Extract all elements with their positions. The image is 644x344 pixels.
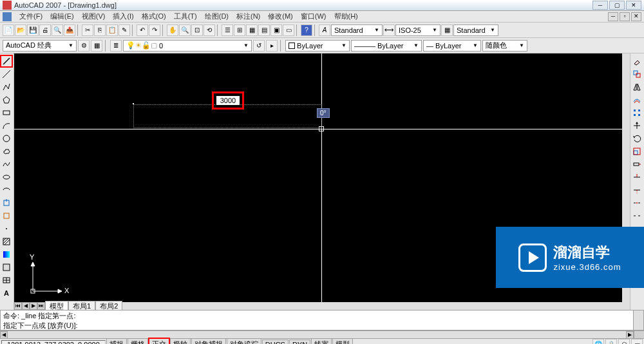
pan-button[interactable]: ✋ xyxy=(167,24,178,36)
menu-edit[interactable]: 编辑(E) xyxy=(46,12,78,21)
erase-tool[interactable] xyxy=(630,55,643,68)
osnap-toggle[interactable]: 对象捕捉 xyxy=(191,338,226,344)
lock-icon[interactable]: 🔒 xyxy=(605,339,617,345)
arc-tool[interactable] xyxy=(0,119,13,132)
undo-button[interactable]: ↶ xyxy=(137,24,148,36)
break-at-point-tool[interactable] xyxy=(630,196,643,209)
polar-toggle[interactable]: 极轴 xyxy=(170,338,191,344)
extend-tool[interactable] xyxy=(630,184,643,196)
dim-style-select[interactable]: ISO-25▼ xyxy=(395,24,440,36)
workspace-save-button[interactable]: ▦ xyxy=(91,40,102,52)
plot-button[interactable]: 🖨 xyxy=(39,24,51,36)
workspace-settings-button[interactable]: ⚙ xyxy=(78,40,90,52)
text-style-icon[interactable]: A xyxy=(319,24,330,36)
make-block-tool[interactable] xyxy=(0,209,13,222)
copy-button[interactable]: ⎘ xyxy=(94,24,106,36)
plotstyle-select[interactable]: 随颜色▼ xyxy=(482,40,527,52)
markup-button[interactable]: ▣ xyxy=(270,24,282,36)
menu-help[interactable]: 帮助(H) xyxy=(330,12,362,21)
gradient-tool[interactable] xyxy=(0,248,13,261)
copy-tool[interactable] xyxy=(630,68,643,81)
open-button[interactable]: 📂 xyxy=(15,24,26,36)
revision-cloud-tool[interactable] xyxy=(0,145,13,158)
point-tool[interactable] xyxy=(0,222,13,235)
layer-states-button[interactable]: ▸ xyxy=(266,40,278,52)
workspace-select[interactable]: AutoCAD 经典▼ xyxy=(3,40,77,52)
menu-insert[interactable]: 插入(I) xyxy=(109,12,137,21)
lineweight-select[interactable]: — ByLayer▼ xyxy=(423,40,481,52)
trim-tool[interactable] xyxy=(630,171,643,184)
ellipse-arc-tool[interactable] xyxy=(0,184,13,196)
ducs-toggle[interactable]: DUCS xyxy=(262,339,289,345)
dim-style-icon[interactable]: ⟷ xyxy=(383,24,395,36)
layout2-tab[interactable]: 布局2 xyxy=(95,301,122,311)
quickcalc-button[interactable]: ▭ xyxy=(283,24,294,36)
tray-settings-icon[interactable]: ☖ xyxy=(618,339,630,345)
dyn-toggle[interactable]: DYN xyxy=(289,339,310,345)
spline-tool[interactable] xyxy=(0,158,13,171)
move-tool[interactable] xyxy=(630,119,643,132)
doc-restore-button[interactable]: ▫ xyxy=(620,12,630,21)
menu-window[interactable]: 窗口(W) xyxy=(297,12,330,21)
region-tool[interactable] xyxy=(0,261,13,274)
save-button[interactable]: 💾 xyxy=(27,24,39,36)
otrack-toggle[interactable]: 对象追踪 xyxy=(227,338,261,344)
model-toggle[interactable]: 模型 xyxy=(332,338,353,344)
mirror-tool[interactable] xyxy=(630,81,643,93)
doc-minimize-button[interactable]: ─ xyxy=(608,12,618,21)
menu-tools[interactable]: 工具(T) xyxy=(170,12,201,21)
comm-center-icon[interactable]: 🌐 xyxy=(592,339,604,345)
horizontal-scrollbar[interactable]: ⏮ ◀ ▶ ⏭ 模型 布局1 布局2 xyxy=(14,302,630,310)
tab-prev-button[interactable]: ◀ xyxy=(22,302,30,310)
menu-dimension[interactable]: 标注(N) xyxy=(232,12,264,21)
construction-line-tool[interactable] xyxy=(0,68,13,81)
text-style-select[interactable]: Standard▼ xyxy=(331,24,383,36)
command-hscroll[interactable]: ◀ ▶ xyxy=(0,330,644,338)
layer-select[interactable]: 💡☀🔓▢ 0▼ xyxy=(123,40,252,52)
paste-button[interactable]: 📋 xyxy=(106,24,118,36)
tab-next-button[interactable]: ▶ xyxy=(30,302,37,310)
snap-toggle[interactable]: 捕捉 xyxy=(106,338,127,344)
command-vscroll[interactable] xyxy=(633,311,643,330)
scale-tool[interactable] xyxy=(630,145,643,158)
cmd-resize-grip[interactable] xyxy=(634,331,644,338)
command-window[interactable]: 命令: _line 指定第一点: 指定下一点或 [放弃(U)]: xyxy=(0,310,644,330)
rotate-tool[interactable] xyxy=(630,132,643,145)
menu-file[interactable]: 文件(F) xyxy=(15,12,46,21)
insert-block-tool[interactable] xyxy=(0,196,13,209)
properties-button[interactable]: ☰ xyxy=(222,24,233,36)
ellipse-tool[interactable] xyxy=(0,171,13,184)
zoom-window-button[interactable]: ⊡ xyxy=(191,24,203,36)
new-button[interactable]: 📄 xyxy=(3,24,14,36)
cut-button[interactable]: ✂ xyxy=(82,24,93,36)
sheet-set-button[interactable]: ▤ xyxy=(258,24,270,36)
cmd-scroll-left[interactable]: ◀ xyxy=(0,331,8,339)
layer-previous-button[interactable]: ↺ xyxy=(253,40,265,52)
menu-draw[interactable]: 绘图(D) xyxy=(201,12,232,21)
redo-button[interactable]: ↷ xyxy=(149,24,160,36)
cmd-scroll-right[interactable]: ▶ xyxy=(626,331,634,339)
linetype-select[interactable]: ——— ByLayer▼ xyxy=(351,40,422,52)
circle-tool[interactable] xyxy=(0,132,13,145)
close-button[interactable]: ✕ xyxy=(626,1,641,10)
help-button[interactable]: ? xyxy=(301,24,312,36)
lwt-toggle[interactable]: 线宽 xyxy=(311,338,332,344)
break-tool[interactable] xyxy=(630,209,643,222)
zoom-realtime-button[interactable]: 🔍 xyxy=(179,24,191,36)
tool-palettes-button[interactable]: ▦ xyxy=(246,24,258,36)
menu-modify[interactable]: 修改(M) xyxy=(264,12,297,21)
dynamic-length-input[interactable] xyxy=(216,95,240,106)
plot-preview-button[interactable]: 🔍 xyxy=(52,24,63,36)
doc-close-button[interactable]: ✕ xyxy=(631,12,641,21)
menu-format[interactable]: 格式(O) xyxy=(138,12,170,21)
polyline-tool[interactable] xyxy=(0,81,13,93)
clean-screen-icon[interactable]: ▭ xyxy=(631,339,643,345)
offset-tool[interactable] xyxy=(630,93,643,106)
match-properties-button[interactable]: ✎ xyxy=(118,24,130,36)
layer-properties-button[interactable]: ≣ xyxy=(110,40,122,52)
array-tool[interactable] xyxy=(630,106,643,119)
tab-last-button[interactable]: ⏭ xyxy=(37,302,45,310)
grid-toggle[interactable]: 栅格 xyxy=(128,338,148,344)
coordinates-display[interactable]: 1281.9913, 737.9302, 0.0000 xyxy=(1,340,106,345)
table-tool[interactable] xyxy=(0,274,13,287)
